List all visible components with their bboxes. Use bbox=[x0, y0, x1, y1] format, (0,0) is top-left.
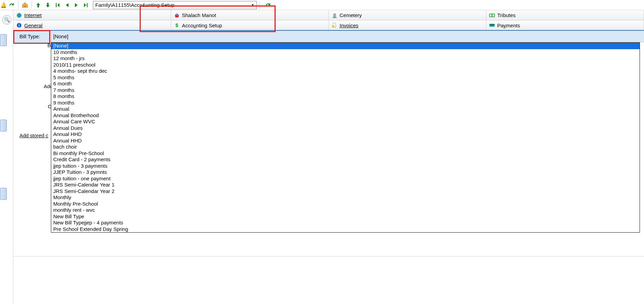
dropdown-option[interactable]: 10 months bbox=[51, 49, 640, 56]
dropdown-option[interactable]: Annual bbox=[51, 106, 640, 112]
dropdown-option[interactable]: Annual Brotherhood bbox=[51, 112, 640, 119]
dropdown-option[interactable]: 2010/11 preschool bbox=[51, 62, 640, 68]
dropdown-option[interactable]: Credit Card - 2 payments bbox=[51, 156, 640, 163]
bill-type-dropdown-list[interactable]: [None]10 months12 month - jrs2010/11 pre… bbox=[51, 42, 640, 233]
tab-row-1: Internet Shalach Manot Cemetery $ Tribut… bbox=[13, 10, 644, 20]
tab-label: Internet bbox=[24, 12, 42, 18]
tab-label: Shalach Manot bbox=[182, 12, 216, 18]
svg-rect-9 bbox=[332, 26, 335, 27]
panel-toggle-1[interactable] bbox=[0, 34, 7, 46]
tab-payments[interactable]: Payments bbox=[486, 20, 644, 30]
address-field[interactable]: Family\A11155\Acco&unting Setup ▼ bbox=[93, 1, 257, 9]
dropdown-option[interactable]: 8 months bbox=[51, 93, 640, 100]
card-icon bbox=[489, 22, 495, 28]
arrow-next-icon[interactable] bbox=[72, 1, 81, 9]
tombstone-icon bbox=[332, 12, 338, 18]
bill-type-value: [None] bbox=[53, 33, 68, 39]
chevron-down-icon[interactable]: ▼ bbox=[251, 3, 254, 7]
dropdown-option[interactable]: [None] bbox=[51, 43, 640, 49]
dropdown-option[interactable]: 7 months bbox=[51, 87, 640, 94]
divider bbox=[13, 256, 644, 257]
search-icon[interactable]: 🔍 bbox=[2, 15, 12, 25]
tab-general[interactable]: i General bbox=[13, 20, 171, 30]
go-icon[interactable] bbox=[264, 1, 272, 9]
svg-rect-11 bbox=[490, 25, 495, 25]
dropdown-option[interactable]: Annual Care WVC bbox=[51, 119, 640, 125]
tab-label: General bbox=[24, 23, 42, 28]
dropdown-option[interactable]: Annual HHD bbox=[51, 138, 640, 144]
arrow-prev-icon[interactable] bbox=[63, 1, 71, 9]
svg-text:i: i bbox=[19, 23, 20, 27]
svg-rect-2 bbox=[333, 17, 337, 18]
svg-text:$: $ bbox=[176, 22, 179, 28]
dropdown-option[interactable]: jjep tuition - 3 payments bbox=[51, 163, 640, 169]
money-icon: $ bbox=[489, 12, 495, 18]
tab-label: Tributes bbox=[497, 12, 516, 18]
arrow-down-icon[interactable] bbox=[44, 1, 52, 9]
tab-internet[interactable]: Internet bbox=[13, 10, 171, 20]
dropdown-option[interactable]: JRS Semi-Calendar Year 2 bbox=[51, 188, 640, 195]
panel-toggle-2[interactable] bbox=[0, 120, 7, 132]
tab-cemetery[interactable]: Cemetery bbox=[329, 10, 487, 20]
bill-type-dropdown[interactable]: [None] bbox=[51, 31, 644, 42]
arrow-up-icon[interactable] bbox=[34, 1, 42, 9]
dropdown-option[interactable]: 4 months- sept thru dec bbox=[51, 68, 640, 74]
dropdown-option[interactable]: bach choir bbox=[51, 144, 640, 150]
dropdown-option[interactable]: Annual HHD bbox=[51, 131, 640, 138]
dropdown-option[interactable]: Annual Dues bbox=[51, 125, 640, 132]
bill-type-row: Bill Type: [None] bbox=[13, 31, 644, 42]
dropdown-option[interactable]: monthly rent - wvc bbox=[51, 207, 640, 213]
globe-icon bbox=[16, 12, 22, 18]
tab-label: Accounting Setup bbox=[182, 23, 222, 28]
dropdown-option[interactable]: JJEP Tuition - 3 pymnts bbox=[51, 169, 640, 176]
tab-invoices[interactable]: Invoices bbox=[329, 20, 487, 30]
dropdown-option[interactable]: New Bill Type bbox=[51, 213, 640, 220]
bell-icon[interactable]: 🔔 bbox=[1, 1, 6, 9]
panel-toggle-3[interactable] bbox=[0, 188, 7, 200]
left-panel-strip: 🔍 bbox=[0, 10, 13, 304]
basket-icon bbox=[174, 12, 180, 18]
dropdown-option[interactable]: 9 months bbox=[51, 100, 640, 106]
arrow-first-icon[interactable] bbox=[53, 1, 61, 9]
svg-rect-0 bbox=[24, 5, 25, 7]
main-area: Internet Shalach Manot Cemetery $ Tribut… bbox=[13, 10, 644, 304]
bill-type-label: Bill Type: bbox=[13, 33, 51, 39]
redo-icon[interactable] bbox=[8, 1, 16, 9]
tab-tributes[interactable]: $ Tributes bbox=[486, 10, 644, 20]
tab-label: Invoices bbox=[340, 23, 359, 28]
svg-rect-8 bbox=[333, 23, 335, 28]
form-area: Bill Type: [None] Bill To: Inc Address C… bbox=[13, 31, 644, 304]
tab-shalach-manot[interactable]: Shalach Manot bbox=[171, 10, 329, 20]
dropdown-option[interactable]: JRS Semi-Calendar Year 1 bbox=[51, 182, 640, 188]
dropdown-option[interactable]: 12 month - jrs bbox=[51, 55, 640, 62]
home-icon[interactable] bbox=[21, 1, 29, 9]
dropdown-option[interactable]: Monthly Pre-School bbox=[51, 201, 640, 207]
svg-text:$: $ bbox=[491, 14, 493, 17]
dropdown-option[interactable]: New Bill Typejjep - 4 payments bbox=[51, 220, 640, 226]
dropdown-option[interactable]: Pre School Extended Day Spring bbox=[51, 226, 640, 233]
tab-accounting-setup[interactable]: $ Accounting Setup bbox=[171, 20, 329, 30]
tab-row-2: i General $ Accounting Setup Invoices Pa… bbox=[13, 20, 644, 31]
toolbar: 🔔 Family\A11155\Acco&unting Setup ▼ bbox=[0, 0, 644, 10]
arrow-last-icon[interactable] bbox=[82, 1, 90, 9]
address-text: Family\A11155\Acco&unting Setup bbox=[95, 2, 174, 8]
info-icon: i bbox=[16, 22, 22, 28]
tab-label: Cemetery bbox=[340, 12, 362, 18]
tab-label: Payments bbox=[497, 23, 520, 28]
dropdown-option[interactable]: Bi monthly Pre-School bbox=[51, 150, 640, 157]
invoice-icon bbox=[332, 22, 338, 28]
dropdown-option[interactable]: 6 month bbox=[51, 81, 640, 87]
dropdown-option[interactable]: Monthly bbox=[51, 194, 640, 201]
dollar-icon: $ bbox=[174, 22, 180, 28]
dropdown-option[interactable]: jjep tuition - one payment bbox=[51, 176, 640, 182]
dropdown-option[interactable]: 5 months bbox=[51, 74, 640, 81]
